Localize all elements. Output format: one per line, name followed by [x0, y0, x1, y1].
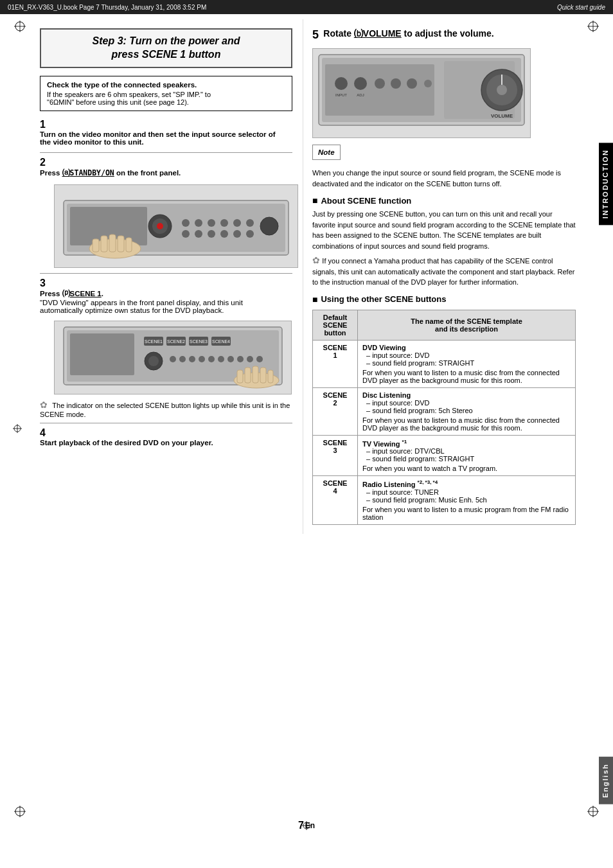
svg-rect-39: [109, 235, 116, 252]
svg-point-60: [208, 356, 215, 362]
about-scene-heading: About SCENE function: [312, 195, 576, 206]
front-panel-image-2: SCENE1 SCENE2 SCENE3 SCENE4: [54, 321, 292, 394]
svg-point-28: [246, 219, 254, 227]
svg-point-56: [170, 356, 176, 362]
cross-mark-left: [13, 424, 22, 433]
section-label: Quick start guide: [557, 4, 605, 11]
svg-point-58: [189, 356, 195, 362]
note-container: Note When you change the input source or…: [312, 145, 576, 189]
note-label: Note: [318, 148, 335, 156]
volume-image: VOLUME INPUT ADJ: [312, 48, 531, 138]
scene-table: DefaultSCENEbutton The name of the SCENE…: [312, 310, 576, 525]
step-3-subtext: "DVD Viewing" appears in the front panel…: [40, 299, 243, 314]
table-header-description: The name of the SCENE templateand its de…: [358, 310, 576, 340]
right-column: 5 Rotate ⒝VOLUME to adjust the volume.: [303, 19, 586, 534]
svg-point-86: [424, 80, 432, 87]
warning-box: Check the type of the connected speakers…: [40, 76, 292, 111]
svg-point-77: [497, 85, 507, 95]
note-text: When you change the input source or soun…: [312, 168, 576, 189]
table-row-scene4: SCENE4 Radio Listening *2, *3, *4 – inpu…: [313, 476, 576, 525]
top-bar: 01EN_RX-V363_U.book Page 7 Thursday, Jan…: [0, 0, 613, 14]
svg-text:SCENE3: SCENE3: [190, 339, 208, 344]
scene3-label: SCENE3: [313, 435, 358, 476]
step-4-text: Start playback of the desired DVD on you…: [40, 439, 284, 447]
note-box: Note: [312, 145, 341, 160]
svg-rect-80: [325, 64, 434, 116]
svg-point-85: [407, 78, 417, 89]
svg-point-33: [233, 230, 241, 238]
step-1-number: 1: [40, 119, 46, 130]
warning-box-title: Check the type of the connected speakers…: [47, 81, 285, 89]
tip-text-1: The indicator on the selected SCENE butt…: [40, 402, 290, 418]
step-1: 1 Turn on the video monitor and then set…: [40, 119, 292, 146]
svg-point-55: [148, 356, 159, 366]
divider-2: [40, 273, 292, 274]
tip-text-2: If you connect a Yamaha product that has…: [312, 257, 574, 286]
step-3-number: 3: [40, 278, 46, 289]
step-4-number: 4: [40, 427, 46, 439]
svg-text:VOLUME: VOLUME: [491, 113, 513, 119]
svg-rect-45: [70, 333, 134, 375]
svg-point-57: [179, 356, 186, 362]
step-4: 4 Start playback of the desired DVD on y…: [40, 427, 292, 448]
svg-point-81: [335, 77, 348, 90]
svg-rect-38: [101, 236, 107, 252]
svg-point-61: [218, 356, 224, 362]
svg-point-26: [220, 219, 228, 227]
svg-point-31: [208, 230, 215, 238]
using-other-scene-heading: Using the other SCENE buttons: [312, 294, 576, 305]
warning-box-text: If the speakers are 6 ohm speakers, set …: [47, 91, 285, 106]
table-row-scene2: SCENE2 Disc Listening – input source: DV…: [313, 387, 576, 435]
svg-rect-37: [93, 239, 99, 252]
svg-point-83: [375, 78, 385, 89]
tip-1: ✿ The indicator on the selected SCENE bu…: [40, 400, 292, 419]
step-box-title: Step 3: Turn on the power andpress SCENE…: [50, 35, 282, 62]
svg-rect-71: [268, 370, 273, 383]
step-2: 2 Press ⒜STANDBY/ON on the front panel.: [40, 157, 292, 178]
svg-point-84: [391, 78, 401, 89]
svg-text:ADJ: ADJ: [357, 93, 364, 97]
step-3: 3 Press ⒫SCENE 1. "DVD Viewing" appears …: [40, 278, 292, 314]
table-row-scene1: SCENE1 DVD Viewing – input source: DVD –…: [313, 340, 576, 387]
svg-rect-68: [245, 368, 251, 383]
svg-rect-40: [118, 236, 124, 252]
svg-point-23: [182, 219, 190, 227]
svg-rect-69: [253, 366, 258, 383]
front-panel-svg-2: SCENE1 SCENE2 SCENE3 SCENE4: [57, 324, 289, 391]
svg-point-29: [182, 230, 190, 238]
table-row-scene3: SCENE3 TV Viewing *1 – input source: DTV…: [313, 435, 576, 476]
introduction-tab: INTRODUCTION: [599, 143, 613, 225]
svg-point-42: [157, 223, 163, 229]
scene1-description: DVD Viewing – input source: DVD – sound …: [358, 340, 576, 387]
divider-1: [40, 152, 292, 153]
scene4-description: Radio Listening *2, *3, *4 – input sourc…: [358, 476, 576, 525]
svg-point-82: [354, 77, 367, 90]
about-scene-body: Just by pressing one SCENE button, you c…: [312, 209, 576, 251]
front-panel-svg: [57, 188, 295, 265]
scene4-label: SCENE4: [313, 476, 358, 525]
volume-svg: VOLUME INPUT ADJ: [315, 51, 528, 135]
tip-icon-1: ✿: [40, 400, 48, 410]
scene3-description: TV Viewing *1 – input source: DTV/CBL – …: [358, 435, 576, 476]
svg-text:INPUT: INPUT: [335, 93, 347, 97]
svg-point-64: [247, 356, 253, 362]
svg-point-62: [227, 356, 234, 362]
corner-mark-tl: [14, 21, 26, 32]
svg-rect-41: [126, 238, 132, 252]
page-number: 7: [298, 820, 304, 831]
tip-icon-2: ✿: [312, 255, 320, 265]
corner-mark-br: [587, 806, 599, 817]
svg-point-65: [256, 356, 263, 362]
svg-point-35: [260, 217, 278, 235]
step-box: Step 3: Turn on the power andpress SCENE…: [40, 28, 292, 68]
svg-text:SCENE1: SCENE1: [145, 339, 163, 344]
step-3-text: Press ⒫SCENE 1. "DVD Viewing" appears in…: [40, 289, 284, 314]
tip-2: ✿ If you connect a Yamaha product that h…: [312, 255, 576, 288]
corner-mark-bl: [14, 806, 26, 817]
scene1-label: SCENE1: [313, 340, 358, 387]
step-2-text: Press ⒜STANDBY/ON on the front panel.: [40, 168, 284, 178]
svg-point-34: [246, 230, 254, 238]
svg-point-59: [199, 356, 205, 362]
divider-3: [40, 423, 292, 423]
corner-mark-tr: [587, 21, 599, 32]
